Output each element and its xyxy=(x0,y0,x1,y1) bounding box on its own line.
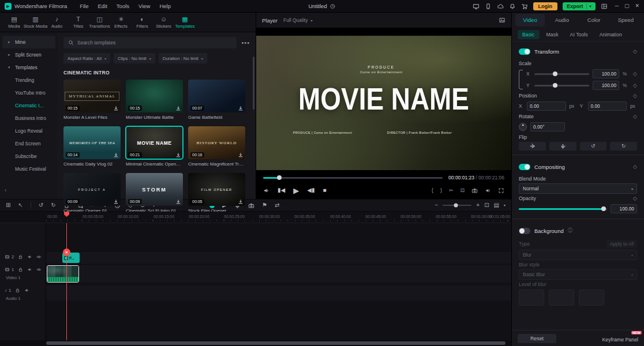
keyframe-diamond-icon[interactable]: ◇ xyxy=(633,164,637,170)
subtab-ai-tools[interactable]: AI Tools xyxy=(566,30,593,39)
download-icon[interactable] xyxy=(175,199,181,205)
timeline-scrollbar[interactable] xyxy=(0,340,511,346)
undo-icon[interactable]: ↺ xyxy=(39,202,43,208)
export-button[interactable]: Export ▾ xyxy=(563,2,596,10)
history-clock-icon[interactable] xyxy=(330,3,336,9)
blur-style-dropdown[interactable]: Basic Blur ▾ xyxy=(519,269,637,280)
sidebar-item-trending[interactable]: Trending xyxy=(0,74,58,86)
tab-speed[interactable]: Speed xyxy=(611,14,641,27)
download-icon[interactable] xyxy=(238,199,244,205)
track-lane-2[interactable] xyxy=(46,252,511,264)
zoom-out-icon[interactable]: − xyxy=(435,202,438,208)
monitor-icon[interactable] xyxy=(473,3,480,10)
fullscreen-icon[interactable] xyxy=(498,187,504,194)
flip-horizontal-button[interactable] xyxy=(519,142,546,151)
snapshot-camera-icon[interactable] xyxy=(471,187,478,194)
scale-y-slider[interactable] xyxy=(534,85,589,86)
mute-icon[interactable] xyxy=(263,187,269,194)
mark-in-icon[interactable]: { xyxy=(432,188,433,193)
template-thumbnail[interactable]: 00:07 xyxy=(188,80,245,112)
sidebar-item-subscribe[interactable]: Subscribe xyxy=(0,150,58,163)
download-icon[interactable] xyxy=(238,152,244,158)
keyframe-diamond-icon[interactable]: ◇ xyxy=(633,48,637,54)
compare-view-icon[interactable]: ⊡ xyxy=(460,188,465,193)
menu-edit[interactable]: Edit xyxy=(98,3,107,9)
export-chevron-icon[interactable]: ▾ xyxy=(590,5,591,8)
rotate-cw-button[interactable]: ↻ xyxy=(610,142,637,151)
template-thumbnail[interactable]: HISTORY WORLD 00:16 xyxy=(188,126,245,159)
notification-bell-icon[interactable] xyxy=(509,3,516,10)
volume-icon[interactable] xyxy=(485,187,491,194)
template-thumbnail[interactable]: 00:15 xyxy=(126,80,183,112)
video-clip[interactable] xyxy=(47,265,79,283)
playhead-handle[interactable] xyxy=(64,212,69,217)
media-browser-icon[interactable]: ⊞ xyxy=(6,202,10,208)
cloud-icon[interactable] xyxy=(497,3,504,10)
lock-icon[interactable] xyxy=(15,288,20,293)
search-input[interactable] xyxy=(77,40,232,46)
previous-frame-button[interactable]: ▮◀ xyxy=(278,187,285,193)
timeline-zoom-slider[interactable] xyxy=(443,205,471,206)
keyframe-diamond-icon[interactable]: ◇ xyxy=(633,114,637,119)
tab-stickers[interactable]: ☺Stickers xyxy=(153,13,174,32)
info-icon[interactable]: ⓘ xyxy=(568,228,572,233)
close-button[interactable]: ✕ xyxy=(635,3,639,9)
minimize-button[interactable]: ─ xyxy=(615,3,619,9)
tab-transitions[interactable]: ◫Transitions xyxy=(89,13,110,32)
sidebar-item-split-screen[interactable]: ▸Split Screen xyxy=(2,48,55,61)
download-icon[interactable] xyxy=(238,106,244,111)
template-card[interactable]: PROJECT A 00:09 Cinematic Opener 01 xyxy=(63,173,121,213)
sidebar-item-end-screen[interactable]: End Screen xyxy=(0,137,58,150)
cart-icon[interactable] xyxy=(521,3,528,10)
compositing-toggle[interactable] xyxy=(519,164,530,170)
rotate-dial[interactable] xyxy=(519,123,527,131)
quality-dropdown[interactable]: Full Quality ▾ xyxy=(283,17,313,23)
sidebar-item-mine[interactable]: ▸Mine xyxy=(2,36,55,48)
template-thumbnail[interactable]: MEMORIES OF THE SEA 00:14 xyxy=(63,126,121,159)
timeline-ruler[interactable]: 00:00 00:00:05:00 00:00:10:00 00:00:15:0… xyxy=(0,212,511,223)
eye-icon[interactable] xyxy=(36,267,42,272)
template-thumbnail[interactable]: STORM 00:09 xyxy=(126,173,183,206)
tab-audio-props[interactable]: Audio xyxy=(547,14,576,27)
download-icon[interactable] xyxy=(113,106,119,111)
playback-scrubber[interactable] xyxy=(263,177,443,179)
download-icon[interactable] xyxy=(113,152,119,158)
sidebar-item-templates[interactable]: ▾Templates xyxy=(2,61,55,74)
subtab-animation[interactable]: Animation xyxy=(595,30,627,39)
chevron-down-icon[interactable]: ▾ xyxy=(504,204,506,207)
rotate-value[interactable]: 0.00° xyxy=(530,122,565,131)
position-y-value[interactable]: 0.00 xyxy=(588,101,627,111)
tab-audio[interactable]: ♪Audio xyxy=(46,13,68,32)
mute-icon[interactable] xyxy=(24,288,29,293)
workspace-layout-icon[interactable] xyxy=(601,3,608,10)
subtab-mask[interactable]: Mask xyxy=(542,30,563,39)
keyframe-diamond-icon[interactable]: ◇ xyxy=(633,82,637,88)
opacity-slider[interactable] xyxy=(519,208,607,210)
filter-clips[interactable]: Clips : No limit▾ xyxy=(114,53,155,63)
preview-image-icon[interactable] xyxy=(499,17,506,24)
mark-out-icon[interactable]: } xyxy=(440,188,442,193)
blur-level-option[interactable] xyxy=(519,289,544,306)
sidebar-collapse-icon[interactable]: ‹ xyxy=(5,187,6,193)
fit-timeline-icon[interactable]: ⊡ xyxy=(484,202,489,208)
opacity-value[interactable]: 100.00 xyxy=(611,204,637,213)
background-toggle[interactable] xyxy=(519,228,530,234)
tab-effects[interactable]: ✳Effects xyxy=(110,13,132,32)
blend-mode-dropdown[interactable]: Normal ▾ xyxy=(519,183,637,194)
tab-color[interactable]: Color xyxy=(579,14,609,27)
sidebar-item-youtube-intro[interactable]: YouTube Intro xyxy=(0,86,58,99)
download-icon[interactable] xyxy=(113,199,119,205)
keyframe-diamond-icon[interactable]: ◇ xyxy=(633,71,637,77)
tab-templates[interactable]: ▦Templates xyxy=(174,13,196,32)
mute-icon[interactable] xyxy=(27,254,32,260)
lock-icon[interactable] xyxy=(18,254,23,260)
tab-titles[interactable]: TTitles xyxy=(68,13,89,32)
background-type-dropdown[interactable]: Blur ▾ xyxy=(519,250,637,260)
sidebar-item-music-festival[interactable]: Music Festival xyxy=(0,163,58,175)
redo-icon[interactable]: ↻ xyxy=(51,202,55,208)
apply-to-all-button[interactable]: Apply to All xyxy=(606,240,637,248)
keyframe-panel-button[interactable]: NEW Keyframe Panel xyxy=(602,334,638,343)
sidebar-item-logo-reveal[interactable]: Logo Reveal xyxy=(0,125,58,137)
zoom-in-icon[interactable]: + xyxy=(476,202,480,208)
search-box[interactable] xyxy=(63,37,237,48)
